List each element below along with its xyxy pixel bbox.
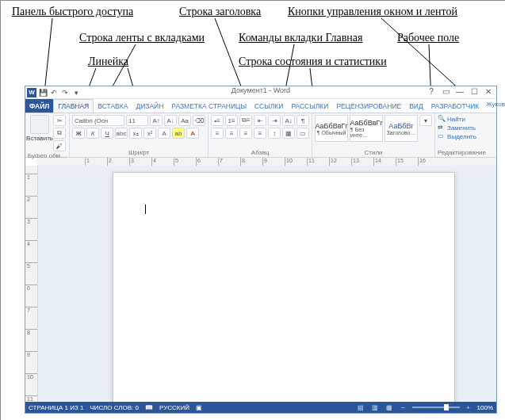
group-styles: АаБбВвГг ¶ Обычный АаБбВвГг ¶ Без инте… … (312, 113, 435, 157)
select-button[interactable]: ▭Выделить (438, 132, 476, 140)
underline-icon[interactable]: Ч (101, 128, 113, 139)
status-macro-icon[interactable]: ▣ (196, 404, 202, 411)
line-spacing-icon[interactable]: ↕ (268, 128, 281, 139)
align-center-icon[interactable]: ≡ (225, 128, 238, 139)
style-normal[interactable]: АаБбВвГг ¶ Обычный (315, 115, 348, 142)
group-caption-styles: Стили (315, 148, 432, 157)
signed-in-user[interactable]: Жуков Геннад… (483, 99, 505, 113)
status-proof-icon[interactable]: 📖 (145, 404, 153, 411)
font-grow-icon[interactable]: A↑ (150, 115, 163, 126)
minimize-button[interactable]: — (453, 86, 466, 96)
status-language[interactable]: РУССКИЙ (159, 404, 189, 411)
align-left-icon[interactable]: ≡ (211, 128, 224, 139)
undo-icon[interactable]: ↶ (49, 88, 59, 97)
qat-customize-icon[interactable]: ▾ (71, 88, 81, 97)
group-caption-editing: Редактирование (438, 148, 486, 157)
label-ruler: Линейка (88, 55, 128, 69)
find-button[interactable]: 🔍Найти (438, 115, 476, 123)
view-web-icon[interactable]: ▦ (384, 403, 395, 411)
label-ribbon-tabs: Строка ленты с вкладками (79, 32, 205, 45)
maximize-button[interactable]: ☐ (468, 86, 480, 96)
status-page[interactable]: СТРАНИЦА 1 ИЗ 1 (29, 404, 83, 411)
group-caption-paragraph: Абзац (211, 148, 309, 157)
strike-icon[interactable]: abc (115, 128, 128, 139)
copy-icon[interactable]: ⧉ (53, 128, 66, 139)
status-words[interactable]: ЧИСЛО СЛОВ: 0 (90, 404, 139, 411)
tab-home[interactable]: ГЛАВНАЯ (53, 99, 94, 113)
tab-developer[interactable]: РАЗРАБОТЧИК (427, 99, 484, 113)
ribbon-tabstrip: ФАЙЛ ГЛАВНАЯ ВСТАВКА ДИЗАЙН РАЗМЕТКА СТР… (25, 99, 496, 113)
styles-more-icon[interactable]: ▾ (419, 115, 432, 126)
style-name: ¶ Обычный (317, 130, 346, 136)
cut-icon[interactable]: ✂ (53, 115, 66, 126)
style-preview: АаБбВвГг (315, 122, 347, 130)
style-preview: АаБбВвГг (350, 119, 382, 127)
label-home-commands: Команды вкладки Главная (239, 32, 362, 45)
font-size-select[interactable]: 11 (126, 115, 148, 126)
ribbon-toggle-button[interactable]: ▭ (439, 86, 452, 96)
paste-button[interactable]: Вставить (28, 115, 52, 151)
multilevel-icon[interactable]: ⧉≡ (239, 115, 252, 126)
subscript-icon[interactable]: x₂ (129, 128, 142, 139)
change-case-icon[interactable]: Aa (178, 115, 191, 126)
zoom-out-button[interactable]: − (398, 403, 409, 411)
tab-design[interactable]: ДИЗАЙН (132, 99, 167, 113)
tab-page-layout[interactable]: РАЗМЕТКА СТРАНИЦЫ (167, 99, 251, 113)
ruler-vertical[interactable]: 123456789101112 (25, 166, 38, 402)
format-painter-icon[interactable]: 🖌 (53, 140, 66, 151)
style-heading1[interactable]: АаБбВг Заголово… (384, 115, 418, 142)
font-face-select[interactable]: Calibri (Осн (72, 115, 124, 126)
show-marks-icon[interactable]: ¶ (296, 115, 309, 126)
numbering-icon[interactable]: 1≡ (225, 115, 238, 126)
label-window-buttons: Кнопки управления окном и лентой (288, 6, 457, 19)
select-label: Выделить (447, 133, 476, 140)
window-controls: ? ▭ — ☐ ✕ (425, 86, 495, 96)
indent-dec-icon[interactable]: ⇤ (254, 115, 266, 126)
font-color-icon[interactable]: A (186, 128, 199, 139)
label-work-area: Рабочее поле (397, 32, 459, 45)
word-window: W 💾 ↶ ↷ ▾ Документ1 - Word ? ▭ — ☐ ✕ ФАЙ… (25, 86, 497, 414)
save-icon[interactable]: 💾 (38, 88, 48, 97)
document-page[interactable] (113, 172, 455, 402)
align-right-icon[interactable]: ≡ (239, 128, 252, 139)
close-button[interactable]: ✕ (482, 86, 495, 96)
group-paragraph: •≡ 1≡ ⧉≡ ⇤ ⇥ A↓ ¶ ≡ ≡ ≡ ≡ ↕ ▦ (209, 113, 312, 157)
view-read-icon[interactable]: ▤ (355, 403, 366, 411)
find-label: Найти (447, 116, 465, 123)
indent-inc-icon[interactable]: ⇥ (268, 115, 281, 126)
label-qat: Панель быстрого доступа (12, 6, 133, 19)
superscript-icon[interactable]: x² (143, 128, 156, 139)
word-logo-icon: W (27, 88, 36, 97)
tab-references[interactable]: ССЫЛКИ (251, 99, 287, 113)
group-font: Calibri (Осн 11 A↑ A↓ Aa ⌫ Ж К Ч abc x₂ … (70, 113, 209, 157)
tab-insert[interactable]: ВСТАВКА (94, 99, 132, 113)
style-name: Заголово… (387, 130, 416, 136)
shading-icon[interactable]: ▦ (282, 128, 295, 139)
view-print-icon[interactable]: ▥ (369, 403, 381, 411)
tab-review[interactable]: РЕЦЕНЗИРОВАНИЕ (332, 99, 405, 113)
tab-mailings[interactable]: РАССЫЛКИ (287, 99, 332, 113)
style-no-spacing[interactable]: АаБбВвГг ¶ Без инте… (350, 115, 383, 142)
tab-file[interactable]: ФАЙЛ (25, 99, 53, 113)
ribbon: Вставить ✂ ⧉ 🖌 Буфер обм… Calibri (Осн 1… (25, 113, 496, 158)
text-effects-icon[interactable]: A (158, 128, 170, 139)
bullets-icon[interactable]: •≡ (211, 115, 224, 126)
tab-view[interactable]: ВИД (405, 99, 427, 113)
bold-icon[interactable]: Ж (72, 128, 85, 139)
select-icon: ▭ (438, 132, 446, 140)
highlight-icon[interactable]: ab (172, 128, 185, 139)
zoom-value[interactable]: 100% (477, 404, 493, 411)
sort-icon[interactable]: A↓ (282, 115, 295, 126)
italic-icon[interactable]: К (86, 128, 99, 139)
replace-button[interactable]: ⇄Заменить (438, 124, 476, 132)
label-title-bar: Строка заголовка (179, 6, 261, 19)
justify-icon[interactable]: ≡ (254, 128, 266, 139)
borders-icon[interactable]: ▭ (296, 128, 309, 139)
zoom-slider[interactable] (412, 407, 460, 408)
zoom-in-button[interactable]: + (463, 403, 474, 411)
font-shrink-icon[interactable]: A↓ (164, 115, 177, 126)
help-button[interactable]: ? (425, 86, 438, 96)
redo-icon[interactable]: ↷ (60, 88, 70, 97)
work-area[interactable]: 123456789101112 (25, 166, 496, 402)
clear-format-icon[interactable]: ⌫ (193, 115, 205, 126)
